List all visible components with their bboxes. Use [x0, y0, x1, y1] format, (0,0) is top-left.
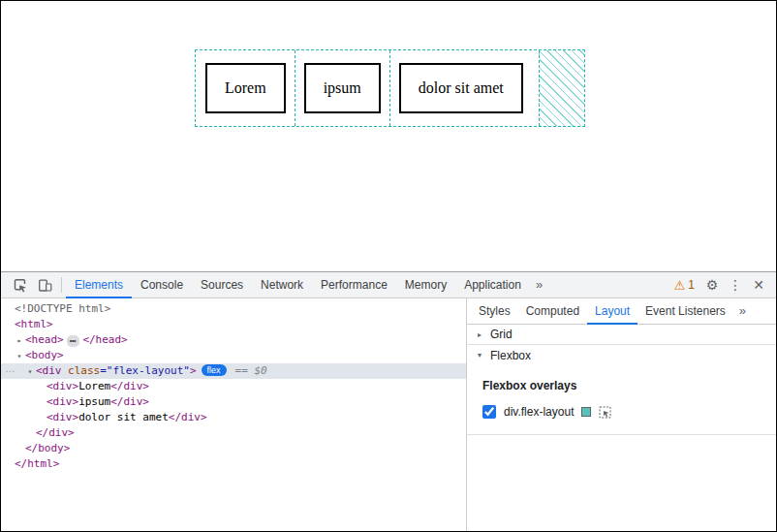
inspect-icon [13, 278, 27, 293]
devtools-tab-elements[interactable]: Elements [66, 272, 132, 298]
flex-gap-separator [295, 50, 295, 126]
issues-counter[interactable]: ⚠ 1 [668, 278, 700, 292]
flexbox-free-space-hatch [539, 50, 584, 126]
browser-window: Loremipsumdolor sit amet ElementsConsole… [0, 0, 777, 532]
code-token: </div> [36, 426, 75, 439]
kebab-menu-icon[interactable]: ⋮ [724, 277, 747, 293]
sidebar-more-tabs-chevron-icon[interactable]: » [733, 298, 752, 324]
devtools-tab-network[interactable]: Network [252, 272, 312, 298]
dom-tree-row[interactable]: ▸<head>…</head> [1, 332, 466, 348]
dom-tree-row[interactable]: <div>dolor sit amet</div> [1, 410, 466, 425]
device-toolbar-icon[interactable] [32, 273, 57, 297]
flex-items-row: Loremipsumdolor sit amet [196, 50, 584, 126]
code-token: <head> [25, 333, 64, 346]
tree-collapsed-arrow-icon[interactable]: ▸ [14, 333, 25, 349]
toolbar-right-controls: ⚠ 1 ⚙ ⋮ ✕ [668, 277, 770, 293]
devtools-tab-memory[interactable]: Memory [396, 272, 455, 298]
overlay-row: div.flex-layout [482, 405, 761, 419]
code-token: dolor sit amet [78, 411, 169, 423]
code-token: </head> [82, 333, 127, 346]
warning-count: 1 [688, 278, 695, 292]
code-token: ="flex-layout" [100, 364, 190, 377]
sidebar-tab-styles[interactable]: Styles [471, 298, 518, 325]
overlay-color-swatch[interactable] [581, 407, 591, 417]
devtools-toolbar: ElementsConsoleSourcesNetworkPerformance… [1, 272, 776, 298]
equals-dollar-zero: == $0 [235, 364, 267, 377]
code-token: <div> [47, 411, 78, 423]
device-icon [38, 278, 52, 293]
devtools-panel: ElementsConsoleSourcesNetworkPerformance… [1, 271, 776, 531]
flex-badge[interactable]: flex [202, 364, 227, 376]
more-panels-chevron-icon[interactable]: » [530, 272, 548, 297]
flex-item-box: dolor sit amet [399, 63, 523, 113]
code-token: ipsum [78, 395, 110, 408]
code-token: <html> [15, 318, 53, 330]
inspect-element-icon[interactable] [7, 273, 32, 297]
devtools-tabs: ElementsConsoleSourcesNetworkPerformance… [66, 272, 530, 298]
sidebar-tabs: StylesComputedLayoutEvent Listeners» [467, 298, 776, 325]
dom-tree-row[interactable]: ▾<body> [1, 348, 466, 363]
collapsed-content-ellipsis[interactable]: … [67, 335, 80, 347]
code-token: </div> [110, 380, 149, 392]
code-token: </div> [169, 411, 207, 423]
overlay-picker-icon[interactable] [599, 406, 611, 419]
rendered-page: Loremipsumdolor sit amet [1, 1, 776, 271]
flex-item-box: Lorem [205, 63, 286, 113]
devtools-tab-console[interactable]: Console [132, 272, 192, 298]
layout-section-grid[interactable]: ▸Grid [467, 325, 776, 345]
styles-sidebar: StylesComputedLayoutEvent Listeners» ▸Gr… [467, 298, 776, 531]
section-label: Flexbox [490, 349, 531, 362]
code-token: <body> [25, 349, 64, 361]
code-token: <div> [47, 380, 78, 392]
dom-tree-row[interactable]: </div> [1, 425, 466, 441]
sidebar-tab-layout[interactable]: Layout [587, 298, 637, 325]
section-expanded-arrow-icon: ▾ [475, 351, 484, 360]
devtools-tab-application[interactable]: Application [455, 272, 530, 298]
dom-tree-row[interactable]: </body> [1, 441, 466, 456]
settings-gear-icon[interactable]: ⚙ [700, 277, 724, 293]
code-token: </html> [15, 457, 59, 470]
code-token: </body> [25, 442, 70, 454]
tree-expanded-arrow-icon[interactable]: ▾ [24, 364, 36, 380]
layout-section-flexbox[interactable]: ▾Flexbox [467, 345, 776, 365]
flexbox-overlays-heading: Flexbox overlays [482, 379, 761, 392]
flex-gap-separator [389, 50, 390, 126]
code-token: class [62, 364, 101, 377]
overlay-element-label: div.flex-layout [504, 405, 574, 419]
dom-tree-row[interactable]: <!DOCTYPE html> [1, 301, 466, 317]
flex-item-box: ipsum [304, 63, 381, 113]
code-token: > [190, 364, 197, 377]
warning-triangle-icon: ⚠ [674, 279, 686, 292]
sidebar-tab-event-listeners[interactable]: Event Listeners [637, 298, 733, 325]
flexbox-overlay-container: Loremipsumdolor sit amet [195, 49, 585, 127]
dom-tree-row[interactable]: <div>Lorem</div> [1, 379, 466, 394]
code-token: <!DOCTYPE html> [15, 302, 110, 315]
sidebar-tab-computed[interactable]: Computed [518, 298, 587, 325]
dom-tree-row[interactable]: <html> [1, 317, 466, 332]
row-options-ellipsis[interactable]: … [5, 360, 16, 376]
devtools-body: <!DOCTYPE html><html>▸<head>…</head>▾<bo… [1, 298, 776, 531]
flexbox-overlays-block: Flexbox overlays div.flex-layout [467, 365, 776, 435]
dom-tree: <!DOCTYPE html><html>▸<head>…</head>▾<bo… [1, 298, 467, 531]
code-token: </div> [110, 395, 149, 408]
dom-tree-row[interactable]: …▾<div class="flex-layout">flex== $0 [1, 363, 466, 379]
devtools-tab-performance[interactable]: Performance [312, 272, 396, 298]
toolbar-separator [61, 277, 62, 293]
overlay-checkbox[interactable] [482, 405, 496, 419]
code-token: <div [36, 364, 62, 377]
devtools-tab-sources[interactable]: Sources [192, 272, 252, 298]
section-collapsed-arrow-icon: ▸ [475, 330, 484, 339]
close-devtools-icon[interactable]: ✕ [747, 277, 770, 293]
section-label: Grid [490, 328, 513, 341]
dom-tree-row[interactable]: </html> [1, 456, 466, 472]
code-token: <div> [47, 395, 78, 408]
dom-tree-row[interactable]: <div>ipsum</div> [1, 394, 466, 410]
layout-pane-sections: ▸Grid▾Flexbox [467, 325, 776, 365]
code-token: Lorem [78, 380, 110, 392]
